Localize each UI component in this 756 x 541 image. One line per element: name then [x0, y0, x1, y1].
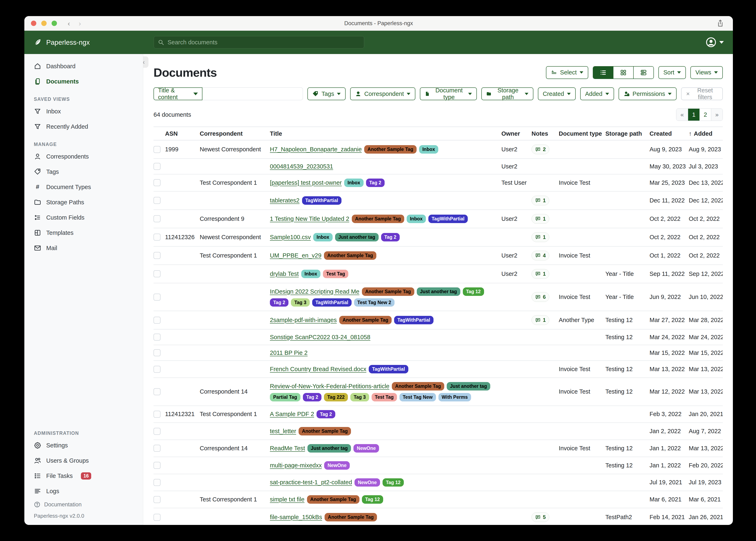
- sidebar-item-recently-added[interactable]: Recently Added: [24, 119, 143, 134]
- share-icon[interactable]: [716, 19, 725, 28]
- column-header-title[interactable]: Title: [270, 127, 501, 140]
- sidebar-item-tags[interactable]: Tags: [24, 164, 143, 179]
- tag-tag-2[interactable]: Tag 2: [317, 410, 335, 418]
- sort-button[interactable]: Sort: [658, 66, 686, 79]
- search-field-selector[interactable]: Title & content: [154, 87, 202, 100]
- document-link[interactable]: 0004814539_20230531: [270, 163, 333, 170]
- sidebar-item-mail[interactable]: Mail: [24, 241, 143, 256]
- sidebar-item-custom-fields[interactable]: Custom Fields: [24, 210, 143, 225]
- sidebar-collapse-button[interactable]: «: [143, 57, 148, 68]
- column-header-asn[interactable]: ASN: [165, 127, 200, 140]
- row-checkbox[interactable]: [154, 317, 161, 324]
- row-checkbox[interactable]: [154, 179, 161, 186]
- notes-badge[interactable]: 1: [532, 315, 549, 325]
- row-checkbox[interactable]: [154, 514, 161, 521]
- app-brand[interactable]: Paperless-ngx: [33, 38, 90, 47]
- sidebar-item-correspondents[interactable]: Correspondents: [24, 149, 143, 164]
- tag-tag-2[interactable]: Tag 2: [303, 393, 321, 401]
- tag-tag-3[interactable]: Tag 3: [291, 298, 309, 307]
- column-header-owner[interactable]: Owner: [501, 127, 532, 140]
- tag-tagwithpartial[interactable]: TagWithPartial: [369, 365, 408, 373]
- tag-another-sample-tag[interactable]: Another Sample Tag: [392, 382, 444, 390]
- notes-badge[interactable]: 5: [532, 512, 549, 522]
- column-header-added[interactable]: ↑Added: [689, 127, 723, 140]
- filter-permissions-button[interactable]: Permissions: [619, 87, 677, 100]
- tag-test-tag[interactable]: Test Tag: [372, 393, 397, 401]
- sidebar-item-logs[interactable]: Logs: [24, 483, 143, 499]
- notes-badge[interactable]: 1: [532, 196, 549, 205]
- detail-view-button[interactable]: [633, 67, 653, 79]
- pagination-page-1[interactable]: 1: [688, 109, 699, 121]
- tag-with-perms[interactable]: With Perms: [438, 393, 471, 401]
- tag-tag-3[interactable]: Tag 3: [350, 393, 369, 401]
- notes-badge[interactable]: 1: [532, 269, 549, 279]
- grid-view-button[interactable]: [613, 67, 633, 79]
- document-link[interactable]: Review-of-New-York-Federal-Petitions-art…: [270, 383, 389, 390]
- notes-badge[interactable]: 1: [532, 233, 549, 242]
- notes-badge[interactable]: 6: [532, 292, 549, 302]
- tag-tag-2[interactable]: Tag 2: [381, 233, 400, 242]
- documentation-link[interactable]: Documentation: [34, 499, 143, 510]
- sidebar-item-users-groups[interactable]: Users & Groups: [24, 453, 143, 468]
- row-checkbox[interactable]: [154, 349, 161, 356]
- document-link[interactable]: French Country Bread Revised.docx: [270, 366, 366, 372]
- column-header-storage-path[interactable]: Storage path: [605, 127, 650, 140]
- document-link[interactable]: sat-practice-test-1_pt2-collated: [270, 479, 352, 486]
- pagination-page-2[interactable]: 2: [699, 109, 711, 121]
- search-input[interactable]: [167, 39, 360, 46]
- filter-correspondent-button[interactable]: Correspondent: [350, 87, 415, 100]
- filter-storage-path-button[interactable]: Storage path: [481, 87, 533, 100]
- document-link[interactable]: drylab Test: [270, 270, 299, 277]
- tag-tag-12[interactable]: Tag 12: [362, 495, 383, 504]
- row-checkbox[interactable]: [154, 252, 161, 259]
- document-link[interactable]: multi-page-mixedxx: [270, 462, 322, 469]
- row-checkbox[interactable]: [154, 163, 161, 170]
- document-link[interactable]: test_letter: [270, 428, 296, 435]
- sidebar-item-documents[interactable]: Documents: [24, 74, 143, 89]
- tag-tagwithpartial[interactable]: TagWithPartial: [394, 316, 434, 324]
- row-checkbox[interactable]: [154, 388, 161, 395]
- filter-tags-button[interactable]: Tags: [307, 87, 346, 100]
- document-link[interactable]: 2011 BP Pie 2: [270, 349, 308, 356]
- row-checkbox[interactable]: [154, 411, 161, 418]
- pagination-next-button[interactable]: »: [711, 109, 723, 121]
- tag-tag-2[interactable]: Tag 2: [270, 298, 288, 307]
- list-view-button[interactable]: [593, 67, 613, 79]
- row-checkbox[interactable]: [154, 197, 161, 204]
- document-link[interactable]: Sonstige ScanPC2022 03-24_081058: [270, 334, 370, 340]
- select-button[interactable]: Select: [546, 66, 588, 79]
- document-link[interactable]: 1 Testing New Title Updated 2: [270, 216, 349, 222]
- tag-another-sample-tag[interactable]: Another Sample Tag: [324, 251, 376, 260]
- column-header-created[interactable]: Created: [650, 127, 689, 140]
- tag-inbox[interactable]: Inbox: [301, 270, 320, 278]
- row-checkbox[interactable]: [154, 366, 161, 373]
- row-checkbox[interactable]: [154, 479, 161, 486]
- reset-filters-button[interactable]: ×Reset filters: [681, 87, 723, 100]
- row-checkbox[interactable]: [154, 462, 161, 469]
- sidebar-item-settings[interactable]: Settings: [24, 438, 143, 453]
- notes-badge[interactable]: 1: [532, 214, 549, 224]
- tag-tag-222[interactable]: Tag 222: [324, 393, 348, 401]
- document-link[interactable]: UM_PPBE_en_v29: [270, 252, 321, 259]
- tag-newone[interactable]: NewOne: [353, 444, 379, 452]
- filter-created-button[interactable]: Created: [538, 87, 576, 100]
- tag-tagwithpartial[interactable]: TagWithPartial: [428, 215, 468, 223]
- tag-another-sample-tag[interactable]: Another Sample Tag: [325, 513, 377, 521]
- tag-another-sample-tag[interactable]: Another Sample Tag: [352, 215, 404, 223]
- tag-another-sample-tag[interactable]: Another Sample Tag: [307, 495, 359, 504]
- column-header-document-type[interactable]: Document type: [559, 127, 605, 140]
- sidebar-item-document-types[interactable]: #Document Types: [24, 179, 143, 195]
- notes-badge[interactable]: 4: [532, 251, 549, 261]
- tag-another-sample-tag[interactable]: Another Sample Tag: [299, 427, 351, 435]
- tag-tag-2[interactable]: Tag 2: [366, 179, 385, 187]
- tag-tagwithpartial[interactable]: TagWithPartial: [312, 298, 352, 307]
- document-link[interactable]: tablerates2: [270, 197, 300, 204]
- tag-inbox[interactable]: Inbox: [313, 233, 332, 242]
- document-link[interactable]: InDesign 2022 Scripting Read Me: [270, 288, 359, 295]
- tag-tag-12[interactable]: Tag 12: [463, 287, 484, 296]
- row-checkbox[interactable]: [154, 333, 161, 340]
- sidebar-item-storage-paths[interactable]: Storage Paths: [24, 195, 143, 210]
- sidebar-item-dashboard[interactable]: Dashboard: [24, 59, 143, 74]
- row-checkbox[interactable]: [154, 234, 161, 241]
- tag-tagwithpartial[interactable]: TagWithPartial: [302, 196, 341, 205]
